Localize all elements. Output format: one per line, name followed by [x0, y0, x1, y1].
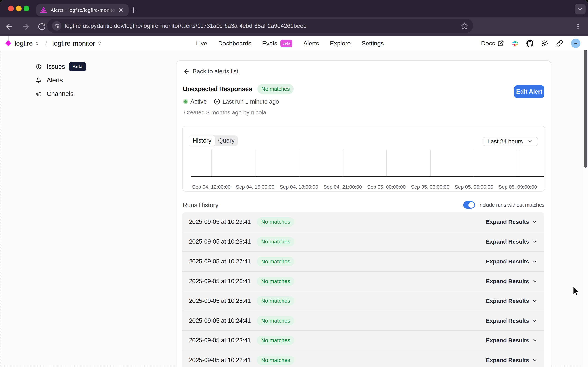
edit-alert-button[interactable]: Edit Alert: [514, 85, 545, 98]
sidebar-item-alerts[interactable]: Alerts: [36, 74, 156, 87]
breadcrumb-separator: /: [45, 40, 47, 47]
run-row[interactable]: 2025-09-05 at 10:28:41 No matches Expand…: [182, 232, 545, 252]
run-row[interactable]: 2025-09-05 at 10:25:41 No matches Expand…: [182, 291, 545, 311]
chart-gridline: [430, 150, 431, 176]
run-timestamp: 2025-09-05 at 10:26:41: [189, 278, 251, 285]
capture-dashed-left: [0, 51, 0, 367]
logfire-logo-icon: [5, 40, 12, 47]
tab-history[interactable]: History: [189, 135, 215, 146]
theme-toggle[interactable]: [541, 40, 548, 47]
browser-tab[interactable]: Alerts · logfire/logfire-monitor: [36, 4, 128, 16]
avatar[interactable]: [571, 39, 580, 48]
run-row[interactable]: 2025-09-05 at 10:29:41 No matches Expand…: [182, 212, 545, 232]
sidebar-item-channels[interactable]: Channels: [36, 87, 156, 100]
sidebar: Issues Beta Alerts Channels: [36, 60, 156, 101]
run-row[interactable]: 2025-09-05 at 10:27:41 No matches Expand…: [182, 251, 545, 271]
expand-results-button[interactable]: Expand Results: [486, 238, 538, 245]
run-timestamp: 2025-09-05 at 10:29:41: [189, 218, 251, 225]
expand-results-button[interactable]: Expand Results: [486, 218, 538, 225]
run-no-matches-badge: No matches: [257, 217, 294, 226]
slack-link[interactable]: [512, 40, 518, 47]
megaphone-icon: [36, 91, 42, 97]
site-settings-icon[interactable]: [52, 21, 61, 31]
project-chevrons-icon[interactable]: [97, 40, 102, 46]
expand-results-button[interactable]: Expand Results: [486, 258, 538, 265]
run-row[interactable]: 2025-09-05 at 10:22:41 No matches Expand…: [182, 350, 545, 367]
mouse-cursor: [572, 286, 582, 298]
run-timestamp: 2025-09-05 at 10:24:41: [189, 317, 251, 324]
bookmark-star-icon[interactable]: [461, 22, 469, 30]
github-link[interactable]: [526, 40, 533, 47]
chevron-down-icon: [532, 298, 538, 304]
bell-icon: [36, 77, 42, 83]
badge-alert-icon: [36, 64, 42, 70]
tab-title: Alerts · logfire/logfire-monitor: [51, 7, 118, 13]
back-to-alerts-link[interactable]: Back to alerts list: [183, 68, 238, 75]
history-chart-card: History Query Last 24 hours Sep 04, 12:0…: [182, 126, 545, 192]
expand-results-button[interactable]: Expand Results: [486, 317, 538, 324]
nav-item[interactable]: Evalsbeta: [262, 40, 292, 47]
beta-badge: beta: [280, 40, 292, 47]
chart-gridline: [474, 150, 474, 176]
sun-icon: [541, 40, 548, 47]
org-chevrons-icon[interactable]: [34, 40, 40, 46]
reload-button[interactable]: [38, 23, 46, 31]
run-no-matches-badge: No matches: [257, 277, 294, 286]
run-timestamp: 2025-09-05 at 10:28:41: [189, 238, 251, 245]
project-selector[interactable]: logfire-monitor: [52, 39, 95, 47]
nav-item[interactable]: Settings: [362, 40, 384, 47]
tab-search-chevron-button[interactable]: [575, 4, 586, 14]
window-controls: [8, 6, 29, 11]
org-selector[interactable]: logfire: [15, 39, 33, 47]
browser-menu-icon[interactable]: [574, 17, 582, 35]
expand-results-button[interactable]: Expand Results: [486, 298, 538, 304]
chart-gridline: [343, 150, 343, 176]
url-bar[interactable]: logfire-us.pydantic.dev/logfire/logfire-…: [47, 19, 473, 33]
run-row[interactable]: 2025-09-05 at 10:23:41 No matches Expand…: [182, 331, 545, 350]
zoom-window-button[interactable]: [24, 6, 29, 11]
run-row[interactable]: 2025-09-05 at 10:26:41 No matches Expand…: [182, 271, 545, 291]
close-window-button[interactable]: [8, 6, 14, 11]
nav-item[interactable]: Dashboards: [218, 40, 251, 47]
chevron-down-icon: [532, 337, 538, 343]
chart-gridline: [518, 150, 518, 176]
x-axis-tick-label: Sep 05, 00:00:00: [367, 184, 406, 190]
browser-window: Alerts · logfire/logfire-monitor: [0, 0, 588, 367]
include-runs-label: Include runs without matches: [478, 202, 545, 208]
new-tab-button[interactable]: [127, 4, 140, 16]
run-no-matches-badge: No matches: [257, 257, 294, 266]
slack-icon: [512, 40, 518, 47]
include-runs-toggle[interactable]: [463, 201, 475, 209]
nav-item[interactable]: Alerts: [303, 40, 319, 47]
header-actions: Docs: [481, 36, 580, 50]
main-nav: Live Dashboards Evalsbeta Alerts Explore…: [196, 36, 384, 50]
run-row[interactable]: 2025-09-05 at 10:24:41 No matches Expand…: [182, 311, 545, 331]
chart-tabs: History Query: [189, 135, 238, 146]
active-label: Active: [190, 98, 207, 105]
share-link[interactable]: [556, 40, 563, 47]
x-axis-tick-label: Sep 04, 21:00:00: [323, 184, 362, 190]
last-run-label: Last run 1 minute ago: [222, 98, 279, 105]
back-button[interactable]: [5, 22, 14, 31]
logfire-favicon-icon: [40, 6, 47, 14]
minimize-window-button[interactable]: [16, 6, 22, 11]
alert-title: Unexpected Responses: [183, 85, 252, 93]
expand-results-button[interactable]: Expand Results: [486, 278, 538, 285]
alert-status-row: Active Last run 1 minute ago: [183, 97, 279, 107]
docs-link[interactable]: Docs: [481, 40, 504, 47]
forward-button[interactable]: [21, 22, 30, 31]
nav-item[interactable]: Live: [196, 40, 207, 47]
active-dot-icon: [183, 99, 188, 104]
run-timestamp: 2025-09-05 at 10:23:41: [189, 337, 251, 344]
chevron-down-icon: [532, 357, 538, 363]
expand-results-button[interactable]: Expand Results: [486, 357, 538, 364]
time-range-select[interactable]: Last 24 hours: [483, 137, 538, 146]
expand-results-button[interactable]: Expand Results: [486, 337, 538, 344]
tab-close-icon[interactable]: [118, 7, 124, 13]
scrollbar-thumb[interactable]: [584, 50, 588, 168]
url-text[interactable]: logfire-us.pydantic.dev/logfire/logfire-…: [65, 23, 461, 29]
tab-query[interactable]: Query: [215, 135, 238, 146]
nav-item[interactable]: Explore: [330, 40, 350, 47]
sidebar-item-issues[interactable]: Issues Beta: [36, 60, 156, 73]
created-by-label: Created 3 months ago by nicola: [184, 109, 266, 116]
